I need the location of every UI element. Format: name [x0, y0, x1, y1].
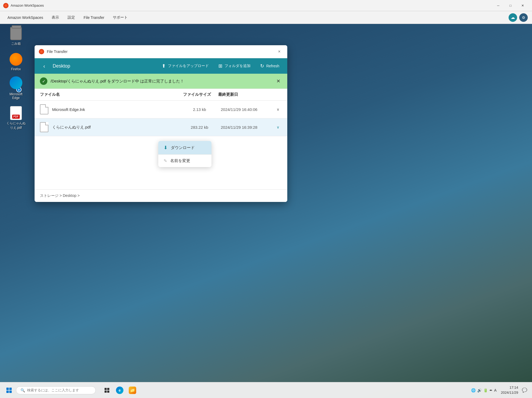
dialog-icon: [39, 49, 44, 54]
trash-shape: [10, 27, 22, 40]
volume-icon: 🔊: [477, 388, 482, 392]
notification-text: /Desktop/くらにゃんぬりえ.pdf をダウンロード中 は正常に完了しまし…: [51, 79, 271, 84]
success-notification: ✓ /Desktop/くらにゃんぬりえ.pdf をダウンロード中 は正常に完了し…: [35, 74, 287, 89]
col-header-size: ファイルサイズ: [176, 92, 218, 97]
dialog-toolbar: ‹ Desktop ⬆ ファイルをアップロード ⊞ フォルダを追加 ↻ Refr…: [35, 58, 287, 74]
svg-rect-2: [105, 391, 107, 393]
firefox-icon-desktop[interactable]: Firefox: [5, 52, 27, 71]
taskbar-apps: e 📁: [101, 384, 138, 396]
trash-icon-desktop[interactable]: ごみ箱: [5, 27, 27, 46]
edge-taskbar-icon: e: [116, 387, 123, 394]
minimize-button[interactable]: ─: [492, 1, 504, 10]
rename-label: 名前を変更: [170, 158, 190, 163]
notification-icon: 💬: [522, 388, 527, 393]
add-folder-icon: ⊞: [218, 63, 222, 69]
keyboard-icon: A: [494, 388, 497, 392]
user-icon[interactable]: ⚙: [519, 13, 528, 22]
file-date: 2024/11/29 16:39:28: [221, 125, 274, 130]
menu-workspaces[interactable]: Amazon WorkSpaces: [4, 14, 46, 21]
firefox-shape: [10, 53, 22, 66]
menu-filetransfer[interactable]: File Transfer: [80, 14, 107, 21]
file-table-area: ファイル名 ファイルサイズ 最終更新日 Microsoft Edge.lnk 2…: [35, 89, 287, 189]
download-icon: ⬇: [164, 145, 168, 151]
file-transfer-dialog: File Transfer × ‹ Desktop ⬆ ファイルをアップロード …: [35, 45, 287, 202]
add-folder-label: フォルダを追加: [225, 64, 251, 68]
firefox-label: Firefox: [11, 67, 21, 71]
start-button[interactable]: [3, 384, 15, 396]
window-controls: ─ □ ✕: [492, 1, 529, 10]
search-input[interactable]: [27, 388, 91, 392]
menu-settings[interactable]: 設定: [64, 14, 78, 22]
file-date: 2024/11/29 16:40:06: [221, 107, 274, 112]
clock-time: 17:14: [501, 385, 518, 390]
table-header: ファイル名 ファイルサイズ 最終更新日: [35, 89, 287, 101]
title-bar: Amazon WorkSpaces ─ □ ✕: [0, 0, 532, 11]
trash-label: ごみ箱: [11, 42, 21, 46]
network-icon: 🌐: [471, 388, 476, 392]
edge-icon-desktop[interactable]: e Microsoft Edge: [5, 77, 27, 100]
explorer-icon: 📁: [129, 387, 136, 394]
desktop: Amazon WorkSpaces ─ □ ✕ Amazon WorkSpace…: [0, 0, 532, 398]
breadcrumb: ストレージ > Desktop >: [40, 193, 80, 198]
edge-composite: e: [10, 76, 22, 92]
maximize-button[interactable]: □: [504, 1, 517, 10]
app-title: Amazon WorkSpaces: [11, 3, 492, 7]
pen-icon: ✒: [489, 388, 493, 392]
upload-label: ファイルをアップロード: [168, 64, 209, 68]
pdf-shape: PDF: [10, 106, 22, 120]
col-header-name: ファイル名: [40, 92, 176, 97]
col-header-date: 最終更新日: [218, 92, 282, 97]
app-icon: [3, 3, 9, 8]
back-button[interactable]: ‹: [40, 62, 48, 70]
file-size: 283.22 kb: [178, 125, 221, 130]
dialog-close-button[interactable]: ×: [276, 48, 283, 55]
dialog-title: File Transfer: [47, 49, 276, 54]
edge-taskbar-button[interactable]: e: [114, 384, 126, 396]
context-menu-download[interactable]: ⬇ ダウンロード: [158, 141, 211, 154]
edge-shape: [10, 76, 22, 89]
battery-icon: 🔋: [483, 388, 488, 392]
download-label: ダウンロード: [171, 145, 195, 150]
taskbar-search-box[interactable]: 🔍: [16, 386, 96, 394]
explorer-button[interactable]: 📁: [127, 384, 138, 396]
edge-label: Microsoft Edge: [5, 92, 27, 100]
system-tray[interactable]: 🌐 🔊 🔋 ✒ A: [469, 387, 499, 393]
pdf-label: くらにゃんぬりえ.pdf: [5, 121, 27, 130]
upload-icon: ⬆: [162, 63, 166, 69]
rename-icon: ✎: [164, 158, 167, 163]
desktop-icons-area: ごみ箱 Firefox e Microsoft Edge PDF: [5, 27, 27, 130]
taskbar: 🔍 e 📁 🌐 🔊 🔋: [0, 382, 532, 398]
refresh-icon: ↻: [260, 63, 264, 69]
check-icon: ✓: [40, 77, 47, 85]
menu-support[interactable]: サポート: [110, 14, 131, 22]
context-menu: ⬇ ダウンロード ✎ 名前を変更: [158, 141, 211, 167]
menu-view[interactable]: 表示: [48, 14, 62, 22]
notification-close-button[interactable]: ✕: [275, 77, 282, 85]
file-icon: [40, 104, 48, 114]
toolbar-path: Desktop: [53, 63, 70, 69]
taskview-button[interactable]: [101, 384, 113, 396]
context-menu-rename[interactable]: ✎ 名前を変更: [158, 155, 211, 167]
start-icon: [6, 388, 12, 393]
refresh-label: Refresh: [266, 64, 279, 68]
file-name: くらにゃんぬりえ.pdf: [52, 125, 178, 130]
cloud-icon[interactable]: ☁: [509, 13, 517, 22]
expand-chevron-icon[interactable]: ∨: [274, 125, 282, 129]
search-icon: 🔍: [20, 388, 25, 392]
expand-chevron-icon[interactable]: ∨: [274, 107, 282, 111]
upload-button[interactable]: ⬆ ファイルをアップロード: [159, 61, 211, 71]
svg-rect-1: [107, 388, 109, 390]
notification-button[interactable]: 💬: [520, 386, 529, 395]
file-icon: [40, 122, 48, 132]
table-row[interactable]: Microsoft Edge.lnk 2.13 kb 2024/11/29 16…: [35, 101, 287, 118]
add-folder-button[interactable]: ⊞ フォルダを追加: [216, 61, 253, 71]
firefox-image: [9, 52, 23, 66]
file-size: 2.13 kb: [178, 107, 221, 112]
pdf-icon-desktop[interactable]: PDF くらにゃんぬりえ.pdf: [5, 106, 27, 130]
refresh-button[interactable]: ↻ Refresh: [257, 61, 282, 71]
table-row[interactable]: くらにゃんぬりえ.pdf 283.22 kb 2024/11/29 16:39:…: [35, 118, 287, 136]
close-window-button[interactable]: ✕: [517, 1, 529, 10]
pdf-badge: PDF: [12, 115, 20, 119]
dialog-footer: ストレージ > Desktop >: [35, 189, 287, 202]
taskbar-clock[interactable]: 17:14 2024/11/29: [501, 385, 518, 395]
